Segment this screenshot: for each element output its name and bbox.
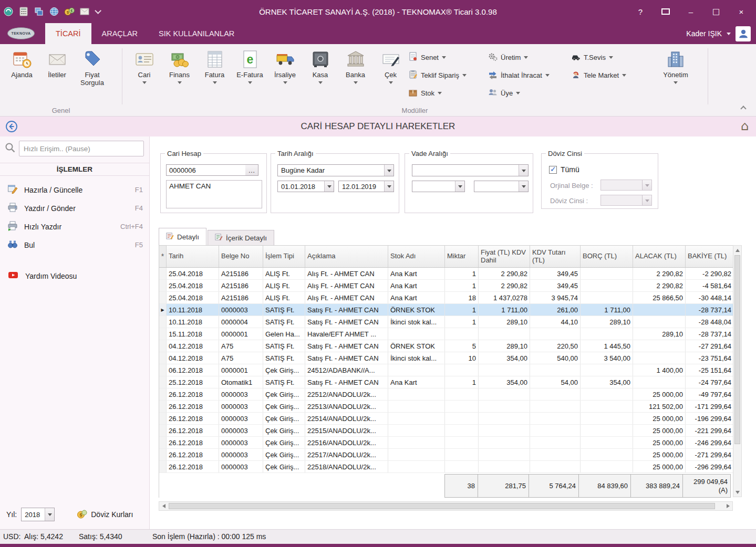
column-header-borc[interactable]: BORÇ (TL) [581,246,633,267]
table-row[interactable]: 26.12.20180000003Çek Giriş...22515/ANADO… [159,425,733,437]
uye-button[interactable]: Üye [488,86,571,100]
table-row[interactable]: 25.12.2018Otomatik1SATIŞ Ft.Satış Ft. - … [159,376,733,388]
scroll-right-icon[interactable] [724,502,732,510]
table-row[interactable]: 06.12.20180000001Çek Giriş...24512/ADABA… [159,364,733,376]
panel-button[interactable] [653,0,678,23]
quick-access-chevron-icon[interactable] [95,7,101,14]
column-header-bakiye[interactable]: BAKİYE (TL) [686,246,733,267]
column-header-kdv[interactable]: KDV Tutarı (TL) [530,246,581,267]
vade-end-select[interactable] [474,181,529,192]
sidebar-item-yardim-videosu[interactable]: Yardım Videosu [0,267,149,285]
sidebar-item-bul[interactable]: Bul F5 [0,236,149,254]
table-row[interactable]: 10.11.20180000004SATIŞ Ft.Satış Ft. - AH… [159,316,733,328]
cell-kdv: 540,00 [530,352,581,364]
ithalat-ihracat-button[interactable]: İthalat İhracat [488,68,571,82]
doviz-kurlari-button[interactable]: $ Döviz Kurları [77,509,133,521]
search-input[interactable] [19,141,144,156]
column-header-belge-no[interactable]: Belge No [219,246,263,267]
table-row[interactable]: 26.12.20180000003Çek Giriş...22514/ANADO… [159,413,733,425]
scroll-up-icon[interactable] [733,246,742,254]
kasa-button[interactable]: Kasa [303,47,338,86]
user-menu[interactable]: Kader IŞIK [686,23,751,44]
home-icon[interactable]: ⌂ [741,119,749,133]
row-indicator [159,449,167,460]
end-date-select[interactable]: 12.01.2019 [338,181,394,192]
app-logo-icon[interactable] [3,6,14,17]
scroll-left-icon[interactable] [159,502,168,510]
minimize-button[interactable]: – [678,0,703,23]
tab-sik-kullanilanlar[interactable]: SIK KULLANILANLAR [148,23,245,44]
table-row[interactable]: 25.04.2018A215186ALIŞ Ft.Alış Ft. - AHME… [159,292,733,304]
column-header-miktar[interactable]: Miktar [445,246,479,267]
tumu-checkbox[interactable] [549,166,557,174]
avatar[interactable] [736,26,751,41]
table-row[interactable]: 26.12.20180000003Çek Giriş...22518/ANADO… [159,461,733,473]
sidebar-item-hazirla[interactable]: Hazırla / Güncelle F1 [0,181,149,199]
scroll-down-icon[interactable] [733,488,742,497]
tab-araclar[interactable]: ARAÇLAR [91,23,149,44]
date-preset-select[interactable]: Bugüne Kadar [277,164,394,176]
fiyat-sorgula-button[interactable]: Fiyat Sorgula [75,47,110,87]
ajanda-button[interactable]: Ajanda [4,47,39,87]
currency-icon[interactable]: $€ [64,6,75,17]
tab-icerik-detayli[interactable]: İçerik Detaylı [208,230,274,245]
horizontal-scroll-thumb[interactable] [169,503,715,509]
stok-button[interactable]: Stok [408,86,488,100]
vade-preset-select[interactable] [412,164,529,176]
cari-hesap-code-input[interactable] [166,164,246,176]
calculator-icon[interactable] [18,6,29,17]
column-header-tarih[interactable]: Tarih [167,246,219,267]
mail-icon[interactable] [79,6,90,17]
help-button[interactable]: ? [628,0,653,23]
horizontal-scrollbar[interactable] [159,501,733,511]
uretim-button[interactable]: Üretim [488,50,571,64]
table-row[interactable]: 26.12.20180000003Çek Giriş...22513/ANADO… [159,401,733,413]
column-header-alacak[interactable]: ALACAK (TL) [633,246,686,267]
tele-market-button[interactable]: Tele Market [571,68,649,82]
doviz-cinsi-select[interactable] [600,195,652,206]
table-row[interactable]: 04.12.2018A75SATIŞ Ft.Satış Ft. - AHMET … [159,340,733,352]
vertical-scrollbar[interactable] [733,245,742,497]
sidebar-item-hizli-yazdir[interactable]: Hızlı Yazdır Ctrl+F4 [0,217,149,236]
sidebar-item-yazdir[interactable]: Yazdır / Gönder F4 [0,199,149,217]
fatura-button[interactable]: Fatura [197,47,232,86]
yonetim-button[interactable]: Yönetim [653,47,698,86]
tab-ticari[interactable]: TİCARİ [45,23,91,44]
vertical-scroll-thumb[interactable] [734,255,740,444]
banka-button[interactable]: Banka [338,47,373,86]
year-select[interactable]: 2018 [21,508,55,521]
column-header-islem-tipi[interactable]: İşlem Tipi [263,246,305,267]
start-date-select[interactable]: 01.01.2018 [277,181,334,192]
table-row[interactable]: 25.04.2018A215186ALIŞ Ft.Alış Ft. - AHME… [159,268,733,280]
senet-button[interactable]: Senet [408,50,488,64]
iletiler-button[interactable]: İletiler [39,47,75,87]
ribbon-collapse-icon[interactable] [740,106,746,111]
table-row[interactable]: 15.11.20180000001Gelen Ha...Havale/EFT A… [159,328,733,340]
windows-icon[interactable] [34,6,44,17]
finans-button[interactable]: Finans [162,47,197,86]
table-row[interactable]: 04.12.2018A75SATIŞ Ft.Satış Ft. - AHMET … [159,352,733,364]
cari-button[interactable]: Cari [127,47,162,86]
irsaliye-button[interactable]: İrsaliye [267,47,303,86]
cek-button[interactable]: Çek [373,47,408,86]
vade-start-select[interactable] [412,181,465,192]
table-row[interactable]: 26.12.20180000003Çek Giriş...22516/ANADO… [159,437,733,449]
tab-detayli[interactable]: Detaylı [159,228,206,245]
teklif-siparis-button[interactable]: Teklif Sipariş [408,68,488,82]
column-header-fiyat[interactable]: Fiyat (TL) KDV Dahil [479,246,530,267]
globe-icon[interactable] [49,6,59,17]
table-row[interactable]: 26.12.20180000003Çek Giriş...22512/ANADO… [159,388,733,401]
column-header-stok-adi[interactable]: Stok Adı [388,246,445,267]
browse-button[interactable]: … [245,164,258,176]
vade-araligi-group: Vade Aralığı [405,153,533,213]
table-row[interactable]: 25.04.2018A215186ALIŞ Ft.Alış Ft. - AHME… [159,280,733,292]
table-row[interactable]: ▶10.11.20180000003SATIŞ Ft.Satış Ft. - A… [159,304,733,316]
e-fatura-button[interactable]: e E-Fatura [232,47,267,86]
back-button[interactable] [5,120,18,135]
t-sevis-button[interactable]: T.Sevis [571,50,649,64]
orjinal-belge-select[interactable] [600,180,652,191]
close-button[interactable]: × [729,0,754,23]
table-row[interactable]: 26.12.20180000003Çek Giriş...22517/ANADO… [159,449,733,461]
maximize-button[interactable]: □ [703,0,729,23]
column-header-aciklama[interactable]: Açıklama [305,246,388,267]
